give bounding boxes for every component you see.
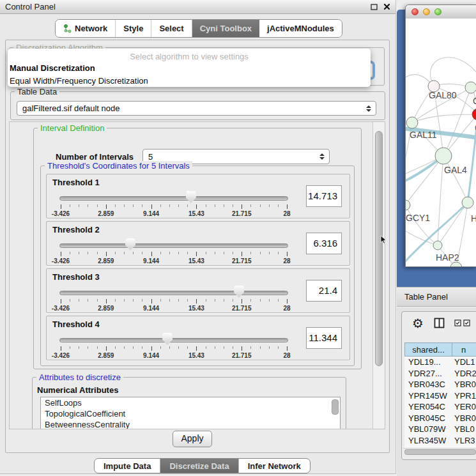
table-rows[interactable]: YDL19...YDL1 YDR27...YDR2 YBR043CYBR0 YP… [404, 357, 476, 448]
node-gcy1[interactable] [406, 200, 410, 210]
tab-label: Style [123, 24, 143, 33]
screen: Control Panel Network Style Select Cyni … [0, 0, 476, 476]
table-row[interactable]: YDR27...YDR2 [404, 368, 476, 380]
tick-mark [97, 204, 98, 207]
tick-mark [160, 299, 161, 302]
node-h[interactable] [462, 197, 473, 208]
minimize-traffic-light[interactable] [423, 8, 430, 15]
settings-scrollbar-thumb[interactable] [375, 131, 383, 366]
table-row[interactable]: YBR043CYBR0 [404, 379, 476, 390]
control-panel-titlebar[interactable]: Control Panel [0, 0, 395, 14]
float-window-icon[interactable] [371, 4, 378, 10]
table-row[interactable]: YLR345WYLR3 [404, 435, 476, 447]
table-row[interactable]: YER054CYER0 [404, 401, 476, 413]
node-g[interactable] [465, 82, 476, 93]
tab-cyni-toolbox[interactable]: Cyni Toolbox [192, 20, 259, 37]
scale-label: 21.715 [232, 257, 252, 265]
tick-mark [115, 346, 116, 349]
threshold-1-slider[interactable]: -3.4262.8599.14415.4321.71528 [59, 191, 288, 217]
dropdown-option-equal-width[interactable]: Equal Width/Frequency Discretization [8, 75, 371, 88]
tick-mark [215, 346, 215, 349]
tick-mark [61, 204, 61, 209]
node-selected-red[interactable] [472, 109, 476, 120]
slider-thumb[interactable] [234, 286, 244, 298]
network-window-titlebar[interactable] [406, 5, 476, 19]
node-label: GAL11 [410, 130, 437, 140]
tick-mark [133, 252, 134, 254]
network-canvas[interactable]: GAL80 G. C GAL11 GAL4 GCY1 H HAP2 [406, 19, 476, 266]
scale-label: 15.43 [188, 352, 204, 359]
number-of-intervals-value: 5 [148, 152, 153, 162]
node-gal11[interactable] [406, 117, 418, 128]
tick-mark [224, 204, 224, 207]
threshold-value-field[interactable]: 6.316 [306, 233, 342, 254]
tick-mark [196, 299, 197, 303]
algorithm-dropdown-popup: Select algorithm to view settings Manual… [8, 49, 371, 87]
tick-mark [169, 204, 170, 207]
threshold-value-field[interactable]: 21.4 [306, 280, 342, 302]
tab-discretize-data[interactable]: Discretize Data [160, 459, 238, 473]
cell: YDL1 [451, 357, 475, 367]
cell: YPR145W [404, 391, 451, 401]
tab-infer-network[interactable]: Infer Network [239, 459, 310, 473]
tick-mark [61, 252, 61, 256]
threshold-4-slider[interactable]: -3.4262.8599.14415.4321.71528 [59, 333, 288, 358]
settings-scrollbar-track[interactable] [372, 122, 385, 429]
scale-label: 28 [283, 352, 290, 359]
tab-select[interactable]: Select [151, 20, 192, 37]
table-row[interactable]: YBL079WYBL0 [404, 424, 476, 435]
threshold-label: Threshold 1 [52, 178, 100, 187]
table-hscrollbar-thumb[interactable] [404, 449, 476, 455]
checkbox-icon[interactable] [463, 319, 470, 326]
close-icon[interactable] [383, 3, 390, 10]
checkbox-icon[interactable] [454, 319, 461, 326]
slider-thumb[interactable] [162, 333, 173, 345]
table-panel-titlebar[interactable]: Table Panel [397, 287, 476, 307]
tab-style[interactable]: Style [116, 20, 151, 37]
mouse-cursor [380, 235, 387, 245]
threshold-1-panel: Threshold 1 -3.4262.8599.14415.4321.7152… [46, 174, 350, 219]
close-traffic-light[interactable] [411, 8, 418, 15]
tick-mark [233, 204, 233, 207]
scale-label: 9.144 [143, 257, 159, 265]
slider-thumb[interactable] [186, 191, 196, 203]
zoom-traffic-light[interactable] [434, 8, 441, 15]
scale-label: 15.43 [188, 257, 204, 265]
gear-icon[interactable]: ⚙ [412, 316, 424, 331]
apply-button[interactable]: Apply [173, 431, 212, 447]
list-item[interactable]: TopologicalCoefficient [41, 408, 340, 419]
table-row[interactable]: YBR045CYBR0 [404, 413, 476, 424]
tab-jactivemnodules[interactable]: jActiveMNodules [259, 20, 342, 37]
table-row[interactable]: YDL19...YDL1 [404, 357, 476, 368]
table-data-combobox[interactable]: galFiltered.sif default node [17, 101, 376, 116]
node-gal4[interactable] [435, 148, 452, 164]
tab-network[interactable]: Network [56, 20, 116, 37]
scale-label: 21.715 [232, 305, 252, 312]
tick-mark [242, 346, 242, 351]
dropdown-option-manual-discretization[interactable]: Manual Discretization [8, 62, 371, 75]
tick-mark [224, 299, 224, 302]
network-graph[interactable] [406, 19, 476, 266]
tick-mark [278, 252, 279, 254]
threshold-2-slider[interactable]: -3.4262.8599.14415.4321.71528 [59, 238, 288, 264]
tick-mark [196, 204, 197, 209]
node-hap2[interactable] [433, 241, 442, 250]
split-columns-icon[interactable] [434, 318, 445, 328]
table-hscrollbar-track[interactable] [403, 448, 476, 455]
threshold-value-field[interactable]: 11.344 [306, 327, 342, 349]
cell: YBL0 [451, 424, 475, 434]
list-item[interactable]: SelfLoops [41, 397, 340, 408]
column-header-shared-name[interactable]: shared... [404, 342, 452, 357]
column-header-name[interactable]: n [452, 342, 476, 357]
numerical-attributes-list[interactable]: SelfLoops TopologicalCoefficient Between… [40, 397, 341, 429]
threshold-3-slider[interactable]: -3.4262.8599.14415.4321.71528 [59, 286, 288, 311]
threshold-value-field[interactable]: 14.713 [306, 185, 342, 207]
slider-thumb[interactable] [125, 238, 135, 250]
tab-label: Discretize Data [169, 461, 229, 471]
tab-impute-data[interactable]: Impute Data [95, 459, 160, 473]
list-scrollbar-thumb[interactable] [332, 399, 339, 415]
table-row[interactable]: YPR145WYPR1 [404, 390, 476, 402]
list-item[interactable]: BetweennessCentrality [41, 419, 340, 429]
thresholds-group: Threshold's Coordinates for 5 Intervals … [40, 165, 355, 366]
thresholds-group-title: Threshold's Coordinates for 5 Intervals [45, 161, 192, 171]
